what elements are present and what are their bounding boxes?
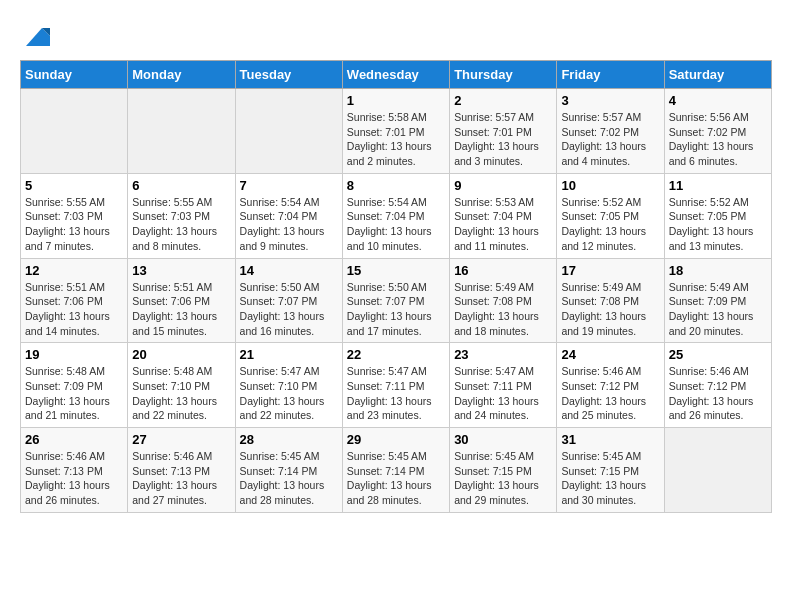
day-number: 21 bbox=[240, 347, 338, 362]
calendar-cell: 24Sunrise: 5:46 AMSunset: 7:12 PMDayligh… bbox=[557, 343, 664, 428]
day-info: Sunrise: 5:51 AMSunset: 7:06 PMDaylight:… bbox=[132, 280, 230, 339]
header-sunday: Sunday bbox=[21, 61, 128, 89]
day-info: Sunrise: 5:50 AMSunset: 7:07 PMDaylight:… bbox=[240, 280, 338, 339]
calendar-cell: 5Sunrise: 5:55 AMSunset: 7:03 PMDaylight… bbox=[21, 173, 128, 258]
day-number: 30 bbox=[454, 432, 552, 447]
calendar-cell: 23Sunrise: 5:47 AMSunset: 7:11 PMDayligh… bbox=[450, 343, 557, 428]
header-saturday: Saturday bbox=[664, 61, 771, 89]
day-info: Sunrise: 5:49 AMSunset: 7:09 PMDaylight:… bbox=[669, 280, 767, 339]
day-number: 12 bbox=[25, 263, 123, 278]
logo-icon bbox=[22, 20, 52, 50]
calendar-cell: 10Sunrise: 5:52 AMSunset: 7:05 PMDayligh… bbox=[557, 173, 664, 258]
day-info: Sunrise: 5:46 AMSunset: 7:13 PMDaylight:… bbox=[132, 449, 230, 508]
day-info: Sunrise: 5:47 AMSunset: 7:11 PMDaylight:… bbox=[347, 364, 445, 423]
day-info: Sunrise: 5:58 AMSunset: 7:01 PMDaylight:… bbox=[347, 110, 445, 169]
day-number: 26 bbox=[25, 432, 123, 447]
day-info: Sunrise: 5:45 AMSunset: 7:15 PMDaylight:… bbox=[454, 449, 552, 508]
calendar-cell bbox=[235, 89, 342, 174]
day-info: Sunrise: 5:52 AMSunset: 7:05 PMDaylight:… bbox=[669, 195, 767, 254]
calendar-cell: 4Sunrise: 5:56 AMSunset: 7:02 PMDaylight… bbox=[664, 89, 771, 174]
calendar-cell: 30Sunrise: 5:45 AMSunset: 7:15 PMDayligh… bbox=[450, 428, 557, 513]
calendar-cell: 1Sunrise: 5:58 AMSunset: 7:01 PMDaylight… bbox=[342, 89, 449, 174]
calendar-cell: 25Sunrise: 5:46 AMSunset: 7:12 PMDayligh… bbox=[664, 343, 771, 428]
day-number: 7 bbox=[240, 178, 338, 193]
day-info: Sunrise: 5:55 AMSunset: 7:03 PMDaylight:… bbox=[132, 195, 230, 254]
day-number: 16 bbox=[454, 263, 552, 278]
day-number: 11 bbox=[669, 178, 767, 193]
header-tuesday: Tuesday bbox=[235, 61, 342, 89]
day-info: Sunrise: 5:47 AMSunset: 7:11 PMDaylight:… bbox=[454, 364, 552, 423]
header-friday: Friday bbox=[557, 61, 664, 89]
day-info: Sunrise: 5:48 AMSunset: 7:10 PMDaylight:… bbox=[132, 364, 230, 423]
calendar-cell: 16Sunrise: 5:49 AMSunset: 7:08 PMDayligh… bbox=[450, 258, 557, 343]
day-number: 5 bbox=[25, 178, 123, 193]
day-number: 1 bbox=[347, 93, 445, 108]
calendar-cell: 3Sunrise: 5:57 AMSunset: 7:02 PMDaylight… bbox=[557, 89, 664, 174]
day-info: Sunrise: 5:45 AMSunset: 7:15 PMDaylight:… bbox=[561, 449, 659, 508]
day-number: 19 bbox=[25, 347, 123, 362]
day-number: 3 bbox=[561, 93, 659, 108]
day-info: Sunrise: 5:49 AMSunset: 7:08 PMDaylight:… bbox=[561, 280, 659, 339]
logo bbox=[20, 20, 52, 50]
day-info: Sunrise: 5:51 AMSunset: 7:06 PMDaylight:… bbox=[25, 280, 123, 339]
day-number: 29 bbox=[347, 432, 445, 447]
calendar-week-row: 1Sunrise: 5:58 AMSunset: 7:01 PMDaylight… bbox=[21, 89, 772, 174]
calendar-cell: 18Sunrise: 5:49 AMSunset: 7:09 PMDayligh… bbox=[664, 258, 771, 343]
calendar-cell: 17Sunrise: 5:49 AMSunset: 7:08 PMDayligh… bbox=[557, 258, 664, 343]
page-header bbox=[20, 20, 772, 50]
calendar-week-row: 12Sunrise: 5:51 AMSunset: 7:06 PMDayligh… bbox=[21, 258, 772, 343]
calendar-week-row: 19Sunrise: 5:48 AMSunset: 7:09 PMDayligh… bbox=[21, 343, 772, 428]
day-number: 15 bbox=[347, 263, 445, 278]
day-number: 17 bbox=[561, 263, 659, 278]
calendar-cell: 26Sunrise: 5:46 AMSunset: 7:13 PMDayligh… bbox=[21, 428, 128, 513]
calendar-cell: 11Sunrise: 5:52 AMSunset: 7:05 PMDayligh… bbox=[664, 173, 771, 258]
day-number: 27 bbox=[132, 432, 230, 447]
day-info: Sunrise: 5:56 AMSunset: 7:02 PMDaylight:… bbox=[669, 110, 767, 169]
calendar-cell: 31Sunrise: 5:45 AMSunset: 7:15 PMDayligh… bbox=[557, 428, 664, 513]
day-info: Sunrise: 5:54 AMSunset: 7:04 PMDaylight:… bbox=[347, 195, 445, 254]
day-info: Sunrise: 5:54 AMSunset: 7:04 PMDaylight:… bbox=[240, 195, 338, 254]
day-info: Sunrise: 5:53 AMSunset: 7:04 PMDaylight:… bbox=[454, 195, 552, 254]
day-number: 18 bbox=[669, 263, 767, 278]
day-number: 20 bbox=[132, 347, 230, 362]
calendar-cell: 9Sunrise: 5:53 AMSunset: 7:04 PMDaylight… bbox=[450, 173, 557, 258]
day-info: Sunrise: 5:45 AMSunset: 7:14 PMDaylight:… bbox=[347, 449, 445, 508]
calendar-table: SundayMondayTuesdayWednesdayThursdayFrid… bbox=[20, 60, 772, 513]
calendar-cell: 2Sunrise: 5:57 AMSunset: 7:01 PMDaylight… bbox=[450, 89, 557, 174]
calendar-week-row: 5Sunrise: 5:55 AMSunset: 7:03 PMDaylight… bbox=[21, 173, 772, 258]
day-number: 13 bbox=[132, 263, 230, 278]
header-thursday: Thursday bbox=[450, 61, 557, 89]
day-info: Sunrise: 5:46 AMSunset: 7:12 PMDaylight:… bbox=[669, 364, 767, 423]
header-monday: Monday bbox=[128, 61, 235, 89]
day-number: 4 bbox=[669, 93, 767, 108]
day-info: Sunrise: 5:50 AMSunset: 7:07 PMDaylight:… bbox=[347, 280, 445, 339]
calendar-cell: 27Sunrise: 5:46 AMSunset: 7:13 PMDayligh… bbox=[128, 428, 235, 513]
day-info: Sunrise: 5:55 AMSunset: 7:03 PMDaylight:… bbox=[25, 195, 123, 254]
day-number: 6 bbox=[132, 178, 230, 193]
day-info: Sunrise: 5:47 AMSunset: 7:10 PMDaylight:… bbox=[240, 364, 338, 423]
calendar-cell: 22Sunrise: 5:47 AMSunset: 7:11 PMDayligh… bbox=[342, 343, 449, 428]
header-wednesday: Wednesday bbox=[342, 61, 449, 89]
day-info: Sunrise: 5:46 AMSunset: 7:12 PMDaylight:… bbox=[561, 364, 659, 423]
day-info: Sunrise: 5:48 AMSunset: 7:09 PMDaylight:… bbox=[25, 364, 123, 423]
calendar-cell: 28Sunrise: 5:45 AMSunset: 7:14 PMDayligh… bbox=[235, 428, 342, 513]
calendar-cell: 15Sunrise: 5:50 AMSunset: 7:07 PMDayligh… bbox=[342, 258, 449, 343]
day-number: 25 bbox=[669, 347, 767, 362]
day-info: Sunrise: 5:52 AMSunset: 7:05 PMDaylight:… bbox=[561, 195, 659, 254]
day-number: 23 bbox=[454, 347, 552, 362]
calendar-cell bbox=[21, 89, 128, 174]
day-number: 9 bbox=[454, 178, 552, 193]
calendar-cell: 12Sunrise: 5:51 AMSunset: 7:06 PMDayligh… bbox=[21, 258, 128, 343]
day-info: Sunrise: 5:45 AMSunset: 7:14 PMDaylight:… bbox=[240, 449, 338, 508]
day-number: 22 bbox=[347, 347, 445, 362]
day-number: 10 bbox=[561, 178, 659, 193]
day-number: 28 bbox=[240, 432, 338, 447]
calendar-cell: 6Sunrise: 5:55 AMSunset: 7:03 PMDaylight… bbox=[128, 173, 235, 258]
day-number: 14 bbox=[240, 263, 338, 278]
day-number: 8 bbox=[347, 178, 445, 193]
calendar-cell: 13Sunrise: 5:51 AMSunset: 7:06 PMDayligh… bbox=[128, 258, 235, 343]
calendar-header-row: SundayMondayTuesdayWednesdayThursdayFrid… bbox=[21, 61, 772, 89]
day-number: 31 bbox=[561, 432, 659, 447]
day-info: Sunrise: 5:57 AMSunset: 7:01 PMDaylight:… bbox=[454, 110, 552, 169]
calendar-cell: 14Sunrise: 5:50 AMSunset: 7:07 PMDayligh… bbox=[235, 258, 342, 343]
